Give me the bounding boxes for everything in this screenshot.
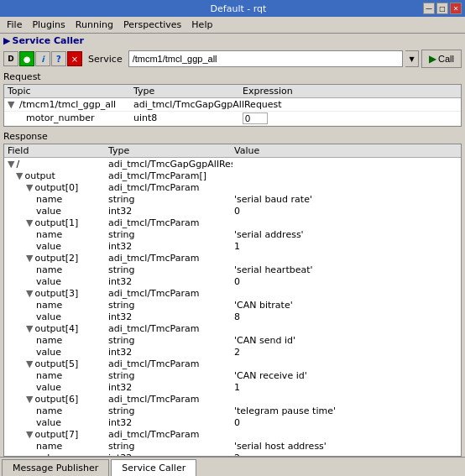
resp-row-output1-value: value int32 1: [4, 240, 461, 252]
menu-help[interactable]: Help: [186, 18, 217, 32]
resp-row-output: ▼output adi_tmcl/TmcParam[]: [4, 170, 461, 181]
resp-row-output5-name: name string 'CAN receive id': [4, 369, 461, 381]
request-row-0[interactable]: ▼ /tmcm1/tmcl_ggp_all adi_tmcl/TmcGapGgp…: [4, 98, 461, 112]
req-type-1: uint8: [132, 112, 241, 124]
resp-row-output1: ▼output[1] adi_tmcl/TmcParam: [4, 217, 461, 228]
menu-running[interactable]: Running: [71, 18, 118, 32]
resp-row-output5: ▼output[5] adi_tmcl/TmcParam: [4, 358, 461, 369]
plugin-header: ▶ Service Caller: [0, 34, 465, 48]
col-type-header: Type: [132, 86, 241, 97]
request-header-row: Topic Type Expression: [4, 85, 461, 98]
resp-row-output0-name: name string 'serial baud rate': [4, 193, 461, 205]
response-area: Field Type Value ▼/ adi_tmcl/TmcGapGgpAl…: [3, 144, 462, 457]
tab-message-publisher[interactable]: Message Publisher: [2, 459, 109, 476]
call-icon: ▶: [429, 53, 436, 65]
toolbar-d-button[interactable]: D: [3, 51, 18, 66]
service-input[interactable]: [128, 50, 403, 67]
resp-row-output2-name: name string 'serial heartbeat': [4, 264, 461, 275]
close-button[interactable]: ✕: [450, 3, 462, 14]
menu-plugins[interactable]: Plugins: [27, 18, 70, 32]
request-table: Topic Type Expression ▼ /tmcm1/tmcl_ggp_…: [3, 84, 462, 127]
response-header-row: Field Type Value: [4, 144, 461, 158]
resp-row-output6-value: value int32 0: [4, 416, 461, 428]
minimize-button[interactable]: —: [423, 3, 435, 14]
service-label: Service: [85, 54, 126, 65]
menu-file[interactable]: File: [2, 18, 27, 32]
toolbar-question-button[interactable]: ?: [51, 51, 66, 66]
toolbar-green-button[interactable]: ●: [19, 51, 34, 66]
response-body[interactable]: ▼/ adi_tmcl/TmcGapGgpAllResponse ▼output…: [4, 158, 461, 456]
resp-row-output4-name: name string 'CAN send id': [4, 334, 461, 346]
plugin-title: Service Caller: [12, 35, 83, 46]
request-row-1[interactable]: motor_number uint8: [4, 112, 461, 126]
resp-row-output3-name: name string 'CAN bitrate': [4, 299, 461, 311]
resp-row-output2: ▼output[2] adi_tmcl/TmcParam: [4, 252, 461, 264]
tree-expand-0[interactable]: ▼: [8, 99, 14, 110]
req-field-1: motor_number: [6, 112, 132, 124]
response-section-header: Response: [0, 129, 465, 144]
req-value-1[interactable]: [241, 112, 459, 124]
toolbar-close-button[interactable]: ×: [67, 51, 82, 66]
resp-row-output6: ▼output[6] adi_tmcl/TmcParam: [4, 393, 461, 405]
resp-row-output1-name: name string 'serial address': [4, 228, 461, 240]
req-value-0: [241, 99, 459, 110]
resp-row-output7: ▼output[7] adi_tmcl/TmcParam: [4, 428, 461, 440]
request-section-header: Request: [0, 70, 465, 84]
resp-row-output4-value: value int32 2: [4, 346, 461, 358]
col-topic-header: Topic: [6, 86, 132, 97]
col-value-header: Value: [232, 145, 459, 156]
resp-row-output3: ▼output[3] adi_tmcl/TmcParam: [4, 287, 461, 299]
call-button[interactable]: ▶ Call: [421, 50, 462, 68]
col-field-header: Field: [6, 145, 107, 156]
req-type-0: adi_tmcl/TmcGapGgpAllRequest: [132, 99, 241, 110]
toolbar-icon-group: D ● i ? ×: [3, 51, 82, 66]
toolbar-info-button[interactable]: i: [35, 51, 50, 66]
resp-row-output4: ▼output[4] adi_tmcl/TmcParam: [4, 322, 461, 334]
window-title: Default - rqt: [54, 3, 423, 14]
menubar: File Plugins Running Perspectives Help: [0, 17, 465, 34]
resp-row-output0-value: value int32 0: [4, 205, 461, 217]
col-expr-header: Expression: [241, 86, 459, 97]
call-label: Call: [438, 54, 454, 64]
req-field-0: ▼ /tmcm1/tmcl_ggp_all: [6, 99, 132, 110]
resp-row-output6-name: name string 'telegram pause time': [4, 405, 461, 416]
resp-row-output3-value: value int32 8: [4, 311, 461, 322]
resp-row-root: ▼/ adi_tmcl/TmcGapGgpAllResponse: [4, 158, 461, 170]
col-type2-header: Type: [107, 145, 232, 156]
tab-service-caller[interactable]: Service Caller: [111, 459, 196, 476]
service-dropdown[interactable]: ▼: [405, 50, 419, 67]
maximize-button[interactable]: □: [436, 3, 448, 14]
resp-row-output7-value: value int32 2: [4, 452, 461, 456]
response-scroll-area[interactable]: ▼/ adi_tmcl/TmcGapGgpAllResponse ▼output…: [4, 158, 461, 456]
resp-row-output5-value: value int32 1: [4, 381, 461, 393]
resp-row-output2-value: value int32 0: [4, 275, 461, 287]
expand-arrow: ▶: [3, 35, 10, 46]
resp-row-output7-name: name string 'serial host address': [4, 440, 461, 452]
toolbar: D ● i ? × Service ▼ ▶ Call: [0, 48, 465, 70]
window-controls: — □ ✕: [423, 3, 462, 14]
titlebar: Default - rqt — □ ✕: [0, 0, 465, 17]
resp-row-output0: ▼output[0] adi_tmcl/TmcParam: [4, 181, 461, 193]
bottom-tabs: Message Publisher Service Caller: [0, 457, 465, 476]
menu-perspectives[interactable]: Perspectives: [118, 18, 186, 32]
